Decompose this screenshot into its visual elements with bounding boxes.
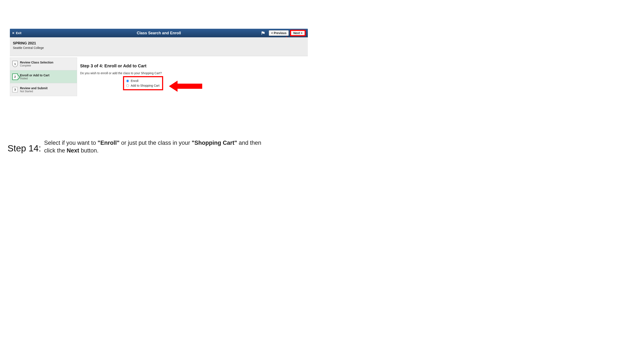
previous-label: Previous <box>274 31 286 35</box>
exit-label: Exit <box>16 31 22 35</box>
chevron-right-icon: > <box>301 31 302 35</box>
step-title: Review Class Selection <box>20 61 54 64</box>
exit-button[interactable]: ✕ Exit <box>12 31 22 35</box>
step-status: Visited <box>20 77 49 80</box>
step-number-badge: 2 <box>12 73 18 80</box>
college-label: Seattle Central College <box>13 46 305 49</box>
term-header: SPRING 2021 Seattle Central College <box>10 37 308 56</box>
radio-cart-label: Add to Shopping Cart <box>131 84 160 87</box>
svg-marker-9 <box>169 81 178 92</box>
app-header: ✕ Exit Class Search and Enroll < Previou… <box>10 29 308 37</box>
close-icon: ✕ <box>12 31 14 35</box>
instr-t1: Select if you want to <box>44 140 98 146</box>
wizard-step-2[interactable]: 2 Enroll or Add to Cart Visited <box>10 70 77 83</box>
step-title: Review and Submit <box>20 86 48 90</box>
step-title: Enroll or Add to Cart <box>20 73 49 77</box>
instruction-text: Select if you want to "Enroll" or just p… <box>44 139 274 155</box>
instr-t4: button. <box>79 147 98 154</box>
radio-option-cart[interactable]: Add to Shopping Cart <box>126 83 160 88</box>
instr-b1: "Enroll" <box>98 140 120 146</box>
radio-enroll-label: Enroll <box>131 79 138 82</box>
next-button[interactable]: Next > <box>290 30 306 36</box>
step-status: Complete <box>20 64 54 67</box>
step-question: Do you wish to enroll or add the class t… <box>80 71 206 75</box>
term-label: SPRING 2021 <box>13 41 305 45</box>
instr-t2: or just put the class in your <box>120 140 192 146</box>
next-label: Next <box>293 31 300 35</box>
instruction-caption: Step 14: Select if you want to "Enroll" … <box>8 139 274 155</box>
flag-icon[interactable] <box>260 31 265 35</box>
wizard-step-1[interactable]: 1 Review Class Selection Complete <box>10 57 77 70</box>
step-status: Not Started <box>20 90 48 93</box>
enroll-options-group: Enroll Add to Shopping Cart <box>123 76 163 90</box>
step-heading: Step 3 of 4: Enroll or Add to Cart <box>80 63 206 68</box>
instr-b2: "Shopping Cart" <box>192 140 237 146</box>
page-title: Class Search and Enroll <box>137 31 181 35</box>
instr-b3: Next <box>67 147 80 154</box>
chevron-left-icon: < <box>271 31 273 35</box>
annotation-arrow-radio <box>169 81 202 92</box>
previous-button[interactable]: < Previous <box>269 30 289 36</box>
step-number-badge: 3 <box>12 87 18 92</box>
radio-option-enroll[interactable]: Enroll <box>126 78 160 83</box>
instruction-step-label: Step 14: <box>8 143 41 154</box>
wizard-step-3[interactable]: 3 Review and Submit Not Started <box>10 83 77 96</box>
wizard-steps: 1 Review Class Selection Complete 2 Enro… <box>10 57 77 96</box>
step-number-badge: 1 <box>12 61 18 67</box>
radio-enroll-input[interactable] <box>126 79 129 82</box>
radio-cart-input[interactable] <box>126 84 129 87</box>
svg-rect-8 <box>178 84 202 89</box>
